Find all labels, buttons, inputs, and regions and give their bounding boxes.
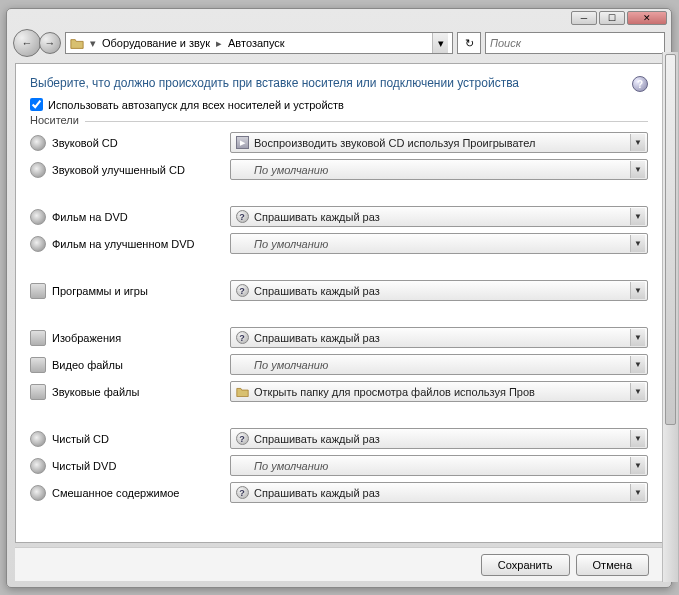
- close-button[interactable]: ✕: [627, 11, 667, 25]
- titlebar: ─ ☐ ✕: [7, 9, 671, 27]
- combo-audio-cd[interactable]: ▶Воспроизводить звуковой CD используя Пр…: [230, 132, 648, 153]
- row-dvd-movie: Фильм на DVD ?Спрашивать каждый раз▼: [30, 206, 648, 227]
- software-icon: [30, 283, 46, 299]
- cd-icon: [30, 135, 46, 151]
- cd-icon: [30, 162, 46, 178]
- folder-icon: [70, 37, 84, 49]
- combo-software[interactable]: ?Спрашивать каждый раз▼: [230, 280, 648, 301]
- combo-dvd-movie[interactable]: ?Спрашивать каждый раз▼: [230, 206, 648, 227]
- forward-button[interactable]: →: [39, 32, 61, 54]
- pictures-icon: [30, 330, 46, 346]
- use-autoplay-label: Использовать автозапуск для всех носител…: [48, 99, 344, 111]
- row-label: Программы и игры: [52, 285, 148, 297]
- chevron-right-icon: ▸: [216, 37, 222, 50]
- row-label: Чистый CD: [52, 433, 109, 445]
- use-autoplay-checkbox[interactable]: [30, 98, 43, 111]
- save-button[interactable]: Сохранить: [481, 554, 570, 576]
- search-input[interactable]: [490, 37, 660, 49]
- back-button[interactable]: ←: [13, 29, 41, 57]
- row-label: Звуковые файлы: [52, 386, 139, 398]
- row-enhanced-dvd-movie: Фильм на улучшенном DVD По умолчанию▼: [30, 233, 648, 254]
- combo-blank-dvd[interactable]: По умолчанию▼: [230, 455, 648, 476]
- combo-audio-files[interactable]: Открыть папку для просмотра файлов испол…: [230, 381, 648, 402]
- folder-icon: [236, 386, 249, 398]
- row-label: Звуковой улучшенный CD: [52, 164, 185, 176]
- question-icon: ?: [236, 432, 249, 445]
- dvd-icon: [30, 209, 46, 225]
- content-area: Выберите, что должно происходить при вст…: [15, 63, 663, 543]
- row-mixed: Смешанное содержимое ?Спрашивать каждый …: [30, 482, 648, 503]
- media-section-legend: Носители: [30, 114, 85, 126]
- back-arrow-icon: ←: [22, 37, 33, 49]
- cd-icon: [30, 431, 46, 447]
- chevron-down-icon: ▼: [630, 208, 645, 225]
- question-icon: ?: [236, 210, 249, 223]
- row-blank-cd: Чистый CD ?Спрашивать каждый раз▼: [30, 428, 648, 449]
- autoplay-settings-window: ─ ☐ ✕ ← → ▾ Оборудование и звук ▸ Автоза…: [6, 8, 672, 588]
- combo-mixed[interactable]: ?Спрашивать каждый раз▼: [230, 482, 648, 503]
- row-label: Смешанное содержимое: [52, 487, 179, 499]
- row-label: Фильм на DVD: [52, 211, 128, 223]
- dvd-icon: [30, 458, 46, 474]
- minimize-button[interactable]: ─: [571, 11, 597, 25]
- row-label: Изображения: [52, 332, 121, 344]
- question-icon: ?: [236, 331, 249, 344]
- row-label: Звуковой CD: [52, 137, 118, 149]
- question-icon: ?: [236, 486, 249, 499]
- chevron-down-icon: ▼: [630, 134, 645, 151]
- breadcrumb-dropdown[interactable]: ▾: [432, 33, 448, 53]
- help-icon[interactable]: ?: [632, 76, 648, 92]
- row-label: Фильм на улучшенном DVD: [52, 238, 194, 250]
- refresh-icon: ↻: [465, 37, 474, 50]
- chevron-down-icon: ▼: [630, 329, 645, 346]
- maximize-button[interactable]: ☐: [599, 11, 625, 25]
- row-audio-cd: Звуковой CD ▶Воспроизводить звуковой CD …: [30, 132, 648, 153]
- footer: Сохранить Отмена: [15, 547, 663, 581]
- scrollbar-thumb[interactable]: [665, 54, 676, 425]
- chevron-down-icon: ▼: [630, 356, 645, 373]
- media-section: Носители Звуковой CD ▶Воспроизводить зву…: [30, 121, 648, 503]
- row-enhanced-audio-cd: Звуковой улучшенный CD По умолчанию▼: [30, 159, 648, 180]
- chevron-down-icon: ▼: [630, 235, 645, 252]
- mixed-icon: [30, 485, 46, 501]
- breadcrumb-segment[interactable]: Оборудование и звук: [102, 37, 210, 49]
- combo-pictures[interactable]: ?Спрашивать каждый раз▼: [230, 327, 648, 348]
- video-icon: [30, 357, 46, 373]
- refresh-button[interactable]: ↻: [457, 32, 481, 54]
- forward-arrow-icon: →: [45, 37, 56, 49]
- row-audio-files: Звуковые файлы Открыть папку для просмот…: [30, 381, 648, 402]
- chevron-down-icon: ▼: [630, 484, 645, 501]
- breadcrumb[interactable]: ▾ Оборудование и звук ▸ Автозапуск ▾: [65, 32, 453, 54]
- row-software: Программы и игры ?Спрашивать каждый раз▼: [30, 280, 648, 301]
- chevron-down-icon: ▼: [630, 383, 645, 400]
- outer-scrollbar[interactable]: [662, 52, 678, 582]
- play-icon: ▶: [236, 136, 249, 149]
- chevron-icon: ▾: [90, 37, 96, 50]
- combo-enhanced-audio-cd[interactable]: По умолчанию▼: [230, 159, 648, 180]
- question-icon: ?: [236, 284, 249, 297]
- search-box[interactable]: [485, 32, 665, 54]
- chevron-down-icon: ▼: [630, 457, 645, 474]
- combo-blank-cd[interactable]: ?Спрашивать каждый раз▼: [230, 428, 648, 449]
- addressbar: ← → ▾ Оборудование и звук ▸ Автозапуск ▾…: [13, 29, 665, 57]
- breadcrumb-segment[interactable]: Автозапуск: [228, 37, 285, 49]
- combo-enhanced-dvd-movie[interactable]: По умолчанию▼: [230, 233, 648, 254]
- row-label: Видео файлы: [52, 359, 123, 371]
- row-pictures: Изображения ?Спрашивать каждый раз▼: [30, 327, 648, 348]
- dvd-icon: [30, 236, 46, 252]
- chevron-down-icon: ▼: [630, 430, 645, 447]
- chevron-down-icon: ▼: [630, 161, 645, 178]
- page-title: Выберите, что должно происходить при вст…: [30, 76, 626, 90]
- row-blank-dvd: Чистый DVD По умолчанию▼: [30, 455, 648, 476]
- cancel-button[interactable]: Отмена: [576, 554, 649, 576]
- combo-video-files[interactable]: По умолчанию▼: [230, 354, 648, 375]
- audio-file-icon: [30, 384, 46, 400]
- chevron-down-icon: ▼: [630, 282, 645, 299]
- row-label: Чистый DVD: [52, 460, 116, 472]
- row-video-files: Видео файлы По умолчанию▼: [30, 354, 648, 375]
